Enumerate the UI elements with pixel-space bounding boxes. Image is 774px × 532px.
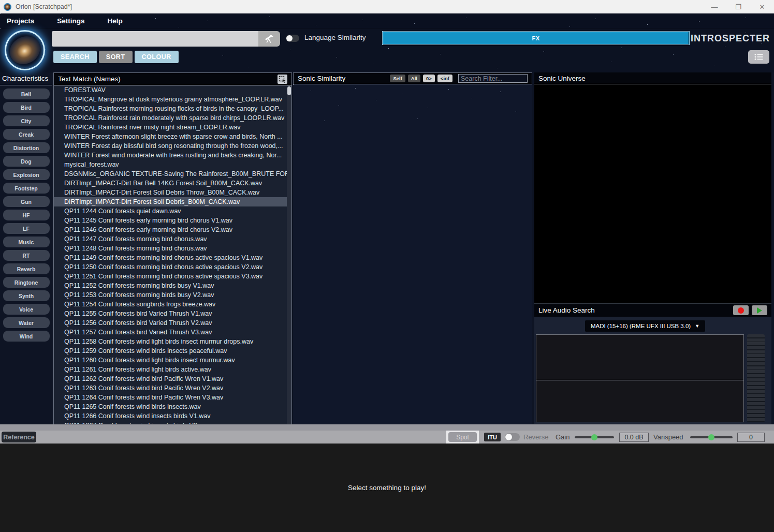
file-row[interactable]: QP11 1249 Conif forests morning bird cho… (54, 253, 291, 262)
file-row[interactable]: QP11 1245 Conif forests early morning bi… (54, 216, 291, 225)
file-row[interactable]: FOREST.WAV (54, 85, 291, 95)
characteristic-button[interactable]: Reverb (3, 263, 50, 274)
characteristic-button[interactable]: HF (3, 210, 50, 220)
fx-bar[interactable]: FX (383, 32, 689, 44)
file-row[interactable]: TROPICAL Rainforest rain moderately with… (54, 113, 291, 123)
app-window: Orion [Scratchpad*] — ❐ ✕ Projects Setti… (0, 0, 774, 532)
varispeed-value[interactable]: 0 (737, 433, 765, 442)
play-button[interactable] (752, 305, 767, 315)
file-row[interactable]: QP11 1257 Conif forests bird Varied Thru… (54, 328, 291, 337)
less-inf-button[interactable]: <inf (437, 75, 452, 82)
reference-button[interactable]: Reference (2, 432, 36, 442)
file-row[interactable]: QP11 1260 Conif forests wind light birds… (54, 356, 291, 365)
characteristic-button[interactable]: City (3, 115, 50, 126)
varispeed-slider-thumb[interactable] (708, 434, 714, 440)
select-marquee-icon[interactable] (278, 75, 287, 84)
reverse-toggle[interactable] (505, 433, 520, 441)
file-row[interactable]: QP11 1264 Conif forests wind bird Pacifi… (54, 393, 291, 402)
characteristic-button[interactable]: Bird (3, 102, 50, 113)
language-similarity-toggle[interactable] (286, 35, 299, 42)
file-row[interactable]: QP11 1248 Conif forests morning bird cho… (54, 244, 291, 253)
file-row[interactable]: QP11 1246 Conif forests early morning bi… (54, 225, 291, 234)
file-row[interactable]: QP11 1244 Conif forests quiet dawn.wav (54, 206, 291, 216)
scrollbar-thumb[interactable] (287, 86, 291, 95)
tab-sort[interactable]: SORT (99, 51, 133, 63)
file-row[interactable]: DIRTImpt_IMPACT-Dirt Bar Bell 14KG Fores… (54, 179, 291, 188)
file-row[interactable]: DIRTImpt_IMPACT-Dirt Forest Soil Debris … (54, 188, 291, 197)
player-area: Select something to play! (0, 444, 774, 532)
menu-projects[interactable]: Projects (7, 17, 34, 25)
tab-search[interactable]: SEARCH (53, 51, 97, 63)
search-input[interactable] (52, 31, 258, 47)
telescope-search-button[interactable] (258, 31, 280, 47)
file-row[interactable]: TROPICAL Mangrove at dusk mysterious gra… (54, 95, 291, 104)
characteristic-button[interactable]: Gun (3, 196, 50, 207)
characteristic-button[interactable]: Music (3, 237, 50, 247)
horizontal-scrollbar[interactable] (0, 424, 774, 431)
list-icon (753, 53, 765, 61)
file-row[interactable]: QP11 1267 Conif forests wind insects bir… (54, 421, 291, 424)
spot-button[interactable]: Spot (448, 432, 477, 442)
menu-help[interactable]: Help (108, 17, 123, 25)
characteristic-button[interactable]: Creak (3, 129, 50, 140)
file-row[interactable]: QP11 1253 Conif forests morning birds bu… (54, 290, 291, 300)
file-row[interactable]: WINTER Forest wind moderate with trees r… (54, 151, 291, 160)
maximize-button[interactable]: ❐ (726, 0, 750, 13)
file-row[interactable]: WINTER Forest day blissful bird song res… (54, 141, 291, 151)
self-button[interactable]: Self (390, 75, 405, 82)
text-match-panel: Text Match (Names) FOREST.WAVTROPICAL Ma… (53, 72, 292, 424)
file-row[interactable]: TROPICAL Rainforest morning rousing floc… (54, 104, 291, 113)
file-row[interactable]: QP11 1251 Conif forests morning bird cho… (54, 272, 291, 281)
characteristic-button[interactable]: Ringtone (3, 277, 50, 288)
characteristic-button[interactable]: Voice (3, 304, 50, 315)
file-row[interactable]: TROPICAL Rainforest river misty night st… (54, 123, 291, 132)
file-row[interactable]: QP11 1247 Conif forests morning bird cho… (54, 234, 291, 244)
sonic-universe-view[interactable] (534, 84, 771, 304)
characteristic-button[interactable]: Footstep (3, 183, 50, 194)
file-row[interactable]: QP11 1252 Conif forests morning birds bu… (54, 281, 291, 290)
list-view-button[interactable] (748, 50, 769, 64)
characteristic-button[interactable]: Distortion (3, 142, 50, 153)
file-row[interactable]: QP11 1254 Conif forests songbirds frogs … (54, 300, 291, 309)
file-row[interactable]: QP11 1256 Conif forests bird Varied Thru… (54, 318, 291, 328)
tab-colour[interactable]: COLOUR (135, 51, 179, 63)
characteristic-button[interactable]: Bell (3, 88, 50, 99)
file-row[interactable]: WINTER Forest afternoon slight breeze wi… (54, 132, 291, 141)
file-row[interactable]: DSGNMisc_ORGANIC TEXTURE-Saving The Rain… (54, 169, 291, 179)
gain-value[interactable]: 0.0 dB (619, 433, 649, 442)
file-row[interactable]: QP11 1266 Conif forests wind insects bir… (54, 411, 291, 421)
file-row[interactable]: QP11 1261 Conif forests wind light birds… (54, 365, 291, 374)
audio-device-dropdown[interactable]: MADI (15+16) (RME UFX III USB 3.0) ▼ (585, 320, 705, 332)
file-row[interactable]: QP11 1255 Conif forests bird Varied Thru… (54, 309, 291, 318)
search-filter-input[interactable] (458, 74, 528, 83)
characteristic-button[interactable]: LF (3, 223, 50, 234)
gain-slider[interactable] (575, 436, 614, 438)
characteristic-button[interactable]: Synth (3, 290, 50, 301)
characteristics-title: Characteristics (0, 72, 52, 85)
file-row[interactable]: QP11 1250 Conif forests morning bird cho… (54, 262, 291, 272)
record-button[interactable] (733, 305, 749, 315)
file-row[interactable]: QP11 1263 Conif forests wind bird Pacifi… (54, 383, 291, 393)
file-row[interactable]: DIRTImpt_IMPACT-Dirt Forest Soil Debris_… (54, 197, 291, 206)
file-row[interactable]: QP11 1258 Conif forests wind light birds… (54, 337, 291, 346)
file-row[interactable]: QP11 1259 Conif forests wind birds insec… (54, 346, 291, 356)
zero-greater-button[interactable]: 0> (423, 75, 435, 82)
all-button[interactable]: All (408, 75, 420, 82)
characteristic-button[interactable]: RT (3, 250, 50, 261)
file-row[interactable]: mysical_forest.wav (54, 160, 291, 169)
minimize-button[interactable]: — (703, 0, 726, 13)
characteristic-button[interactable]: Water (3, 317, 50, 328)
file-row[interactable]: QP11 1262 Conif forests wind bird Pacifi… (54, 374, 291, 383)
characteristic-button[interactable]: Wind (3, 331, 50, 342)
close-button[interactable]: ✕ (750, 0, 774, 13)
file-row[interactable]: QP11 1265 Conif forests wind birds insec… (54, 402, 291, 411)
menu-settings[interactable]: Settings (57, 17, 84, 25)
file-list-scrollbar[interactable] (287, 85, 291, 424)
characteristic-button[interactable]: Explosion (3, 169, 50, 180)
varispeed-slider[interactable] (690, 436, 733, 438)
characteristic-button[interactable]: Dog (3, 156, 50, 167)
gain-slider-thumb[interactable] (591, 434, 597, 440)
sonic-similarity-header: Sonic Similarity Self All 0> <inf (293, 72, 532, 84)
itu-button[interactable]: ITU (484, 433, 501, 441)
player-message: Select something to play! (348, 484, 426, 532)
